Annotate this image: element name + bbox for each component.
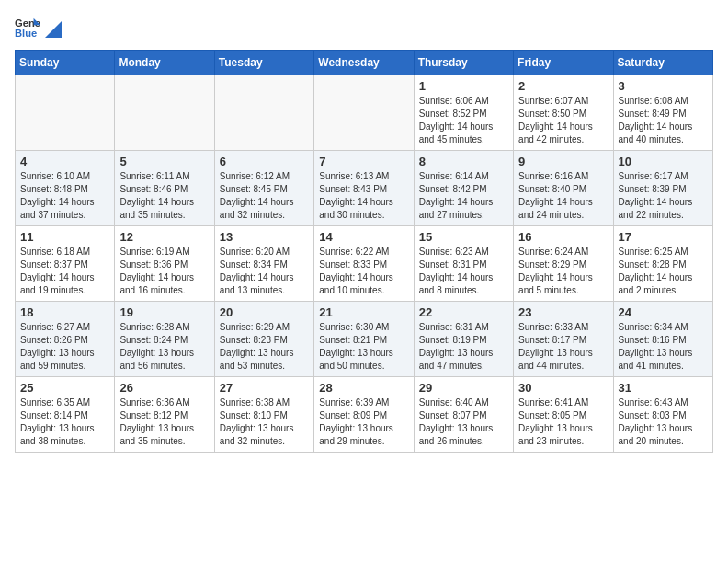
day-number: 17 <box>619 230 708 244</box>
calendar-day-cell <box>314 75 414 151</box>
calendar-day-cell: 13Sunrise: 6:20 AM Sunset: 8:34 PM Dayli… <box>214 226 313 302</box>
day-info: Sunrise: 6:35 AM Sunset: 8:14 PM Dayligh… <box>20 396 109 448</box>
calendar-day-cell: 27Sunrise: 6:38 AM Sunset: 8:10 PM Dayli… <box>214 377 313 453</box>
day-number: 4 <box>20 155 109 168</box>
svg-text:Blue: Blue <box>15 28 37 39</box>
day-info: Sunrise: 6:22 AM Sunset: 8:33 PM Dayligh… <box>319 246 408 297</box>
day-number: 26 <box>119 381 209 395</box>
day-info: Sunrise: 6:31 AM Sunset: 8:19 PM Dayligh… <box>419 321 508 373</box>
day-number: 18 <box>20 305 109 319</box>
calendar-day-cell: 29Sunrise: 6:40 AM Sunset: 8:07 PM Dayli… <box>414 377 513 453</box>
calendar-day-cell: 21Sunrise: 6:30 AM Sunset: 8:21 PM Dayli… <box>314 302 414 377</box>
day-of-week-header: Tuesday <box>214 51 313 75</box>
calendar-week-row: 25Sunrise: 6:35 AM Sunset: 8:14 PM Dayli… <box>16 377 713 453</box>
calendar-day-cell: 9Sunrise: 6:16 AM Sunset: 8:40 PM Daylig… <box>514 151 613 226</box>
calendar-day-cell: 3Sunrise: 6:08 AM Sunset: 8:49 PM Daylig… <box>613 75 712 151</box>
day-of-week-header: Monday <box>115 51 214 75</box>
day-of-week-header: Friday <box>514 51 613 75</box>
day-info: Sunrise: 6:33 AM Sunset: 8:17 PM Dayligh… <box>518 321 608 373</box>
day-number: 12 <box>119 230 209 244</box>
day-number: 24 <box>619 305 708 319</box>
day-number: 27 <box>220 381 309 395</box>
day-info: Sunrise: 6:13 AM Sunset: 8:43 PM Dayligh… <box>319 170 408 222</box>
day-info: Sunrise: 6:30 AM Sunset: 8:21 PM Dayligh… <box>319 321 408 373</box>
logo: General Blue <box>15 15 63 40</box>
calendar-day-cell: 25Sunrise: 6:35 AM Sunset: 8:14 PM Dayli… <box>16 377 115 453</box>
day-info: Sunrise: 6:24 AM Sunset: 8:29 PM Dayligh… <box>518 246 608 297</box>
calendar-day-cell: 4Sunrise: 6:10 AM Sunset: 8:48 PM Daylig… <box>16 151 115 226</box>
day-info: Sunrise: 6:34 AM Sunset: 8:16 PM Dayligh… <box>619 321 708 373</box>
calendar-day-cell: 30Sunrise: 6:41 AM Sunset: 8:05 PM Dayli… <box>514 377 613 453</box>
day-info: Sunrise: 6:23 AM Sunset: 8:31 PM Dayligh… <box>419 246 508 297</box>
day-info: Sunrise: 6:16 AM Sunset: 8:40 PM Dayligh… <box>518 170 608 222</box>
day-info: Sunrise: 6:12 AM Sunset: 8:45 PM Dayligh… <box>220 170 309 222</box>
calendar-day-cell: 19Sunrise: 6:28 AM Sunset: 8:24 PM Dayli… <box>115 302 214 377</box>
calendar-day-cell: 31Sunrise: 6:43 AM Sunset: 8:03 PM Dayli… <box>613 377 712 453</box>
calendar-day-cell: 28Sunrise: 6:39 AM Sunset: 8:09 PM Dayli… <box>314 377 414 453</box>
day-info: Sunrise: 6:36 AM Sunset: 8:12 PM Dayligh… <box>119 396 209 448</box>
day-of-week-header: Sunday <box>16 51 115 75</box>
page-header: General Blue <box>15 15 713 40</box>
day-number: 28 <box>319 381 408 395</box>
logo-triangle-icon <box>45 21 62 38</box>
calendar-day-cell: 12Sunrise: 6:19 AM Sunset: 8:36 PM Dayli… <box>115 226 214 302</box>
day-info: Sunrise: 6:28 AM Sunset: 8:24 PM Dayligh… <box>119 321 209 373</box>
day-info: Sunrise: 6:25 AM Sunset: 8:28 PM Dayligh… <box>619 246 708 297</box>
day-number: 25 <box>20 381 109 395</box>
day-info: Sunrise: 6:20 AM Sunset: 8:34 PM Dayligh… <box>220 246 309 297</box>
day-number: 10 <box>619 155 708 168</box>
calendar-day-cell: 14Sunrise: 6:22 AM Sunset: 8:33 PM Dayli… <box>314 226 414 302</box>
calendar-day-cell: 22Sunrise: 6:31 AM Sunset: 8:19 PM Dayli… <box>414 302 513 377</box>
day-number: 20 <box>220 305 309 319</box>
calendar-week-row: 11Sunrise: 6:18 AM Sunset: 8:37 PM Dayli… <box>16 226 713 302</box>
day-number: 31 <box>619 381 708 395</box>
day-info: Sunrise: 6:08 AM Sunset: 8:49 PM Dayligh… <box>619 95 708 146</box>
day-info: Sunrise: 6:19 AM Sunset: 8:36 PM Dayligh… <box>119 246 209 297</box>
day-number: 6 <box>220 155 309 168</box>
calendar-day-cell: 7Sunrise: 6:13 AM Sunset: 8:43 PM Daylig… <box>314 151 414 226</box>
day-number: 2 <box>518 79 608 93</box>
calendar-day-cell <box>115 75 214 151</box>
day-number: 19 <box>119 305 209 319</box>
day-number: 29 <box>419 381 508 395</box>
day-info: Sunrise: 6:07 AM Sunset: 8:50 PM Dayligh… <box>518 95 608 146</box>
day-of-week-header: Thursday <box>414 51 513 75</box>
day-number: 21 <box>319 305 408 319</box>
calendar-day-cell: 15Sunrise: 6:23 AM Sunset: 8:31 PM Dayli… <box>414 226 513 302</box>
day-of-week-header: Saturday <box>613 51 712 75</box>
day-number: 23 <box>518 305 608 319</box>
calendar-header-row: SundayMondayTuesdayWednesdayThursdayFrid… <box>16 51 713 75</box>
calendar-day-cell: 24Sunrise: 6:34 AM Sunset: 8:16 PM Dayli… <box>613 302 712 377</box>
calendar-week-row: 1Sunrise: 6:06 AM Sunset: 8:52 PM Daylig… <box>16 75 713 151</box>
day-info: Sunrise: 6:40 AM Sunset: 8:07 PM Dayligh… <box>419 396 508 448</box>
day-info: Sunrise: 6:41 AM Sunset: 8:05 PM Dayligh… <box>518 396 608 448</box>
calendar-day-cell <box>16 75 115 151</box>
calendar-day-cell: 20Sunrise: 6:29 AM Sunset: 8:23 PM Dayli… <box>214 302 313 377</box>
day-number: 9 <box>518 155 608 168</box>
calendar-day-cell: 5Sunrise: 6:11 AM Sunset: 8:46 PM Daylig… <box>115 151 214 226</box>
calendar-day-cell: 16Sunrise: 6:24 AM Sunset: 8:29 PM Dayli… <box>514 226 613 302</box>
calendar-day-cell: 8Sunrise: 6:14 AM Sunset: 8:42 PM Daylig… <box>414 151 513 226</box>
calendar-day-cell: 17Sunrise: 6:25 AM Sunset: 8:28 PM Dayli… <box>613 226 712 302</box>
day-number: 7 <box>319 155 408 168</box>
calendar-day-cell <box>214 75 313 151</box>
day-number: 30 <box>518 381 608 395</box>
day-info: Sunrise: 6:29 AM Sunset: 8:23 PM Dayligh… <box>220 321 309 373</box>
calendar-day-cell: 10Sunrise: 6:17 AM Sunset: 8:39 PM Dayli… <box>613 151 712 226</box>
day-number: 16 <box>518 230 608 244</box>
day-number: 15 <box>419 230 508 244</box>
calendar-day-cell: 2Sunrise: 6:07 AM Sunset: 8:50 PM Daylig… <box>514 75 613 151</box>
calendar-week-row: 4Sunrise: 6:10 AM Sunset: 8:48 PM Daylig… <box>16 151 713 226</box>
calendar-day-cell: 18Sunrise: 6:27 AM Sunset: 8:26 PM Dayli… <box>16 302 115 377</box>
day-number: 22 <box>419 305 508 319</box>
day-info: Sunrise: 6:10 AM Sunset: 8:48 PM Dayligh… <box>20 170 109 222</box>
day-number: 11 <box>20 230 109 244</box>
day-number: 14 <box>319 230 408 244</box>
day-info: Sunrise: 6:11 AM Sunset: 8:46 PM Dayligh… <box>119 170 209 222</box>
calendar-day-cell: 26Sunrise: 6:36 AM Sunset: 8:12 PM Dayli… <box>115 377 214 453</box>
calendar-table: SundayMondayTuesdayWednesdayThursdayFrid… <box>15 50 713 453</box>
day-info: Sunrise: 6:27 AM Sunset: 8:26 PM Dayligh… <box>20 321 109 373</box>
day-number: 1 <box>419 79 508 93</box>
calendar-day-cell: 23Sunrise: 6:33 AM Sunset: 8:17 PM Dayli… <box>514 302 613 377</box>
calendar-day-cell: 1Sunrise: 6:06 AM Sunset: 8:52 PM Daylig… <box>414 75 513 151</box>
